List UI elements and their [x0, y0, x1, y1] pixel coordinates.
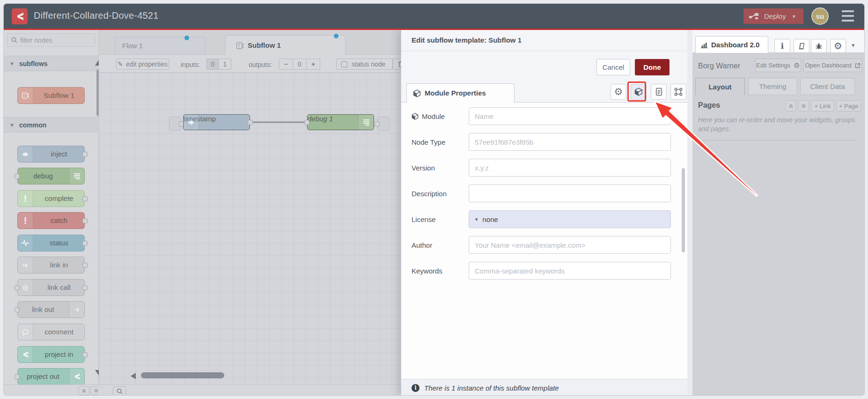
tab-config-button[interactable]: ⚙	[830, 39, 846, 53]
move-up-button[interactable]	[786, 100, 796, 111]
tab-theming[interactable]: Theming	[748, 78, 797, 95]
palette-node-link-out[interactable]: link out	[17, 301, 85, 318]
node-type-field-label: Node Type	[412, 138, 445, 146]
tab-subflow-1[interactable]: Subflow 1	[225, 35, 346, 55]
palette-node-comment[interactable]: comment	[17, 324, 85, 340]
inputs-1-button[interactable]: 1	[219, 59, 231, 70]
module-field-input[interactable]	[469, 107, 671, 125]
palette-node-inject[interactable]: inject	[17, 146, 85, 163]
description-tab-button[interactable]	[651, 84, 667, 100]
cancel-button[interactable]: Cancel	[596, 59, 630, 75]
palette-node-project-in[interactable]: project in	[17, 346, 85, 363]
input-port[interactable]	[304, 120, 309, 125]
zoom-search-button[interactable]	[113, 386, 126, 396]
output-port[interactable]	[82, 196, 88, 201]
output-port[interactable]	[82, 218, 88, 223]
node-type-field-input[interactable]	[469, 133, 671, 151]
link-call-icon	[18, 280, 33, 296]
flow-canvas[interactable]: timestamp debug 1	[99, 73, 401, 384]
palette-node-link-in[interactable]: link in	[17, 257, 85, 273]
tab-debug-button[interactable]	[811, 39, 827, 53]
main-menu-icon[interactable]	[842, 10, 854, 22]
palette-filter[interactable]	[7, 33, 96, 47]
move-down-button[interactable]	[798, 100, 809, 111]
deploy-button[interactable]: Deploy ▾	[743, 8, 803, 24]
output-port[interactable]	[82, 263, 88, 268]
properties-tab-button[interactable]: ⚙	[611, 84, 626, 100]
comment-icon	[18, 324, 33, 340]
subflow-output-stub[interactable]	[377, 117, 390, 131]
palette-node-debug[interactable]: debug	[17, 168, 85, 185]
info-icon: i	[412, 384, 419, 392]
keywords-field-input[interactable]	[469, 262, 671, 280]
tab-module-properties[interactable]: Module Properties	[406, 83, 515, 103]
canvas-horizontal-scrollbar[interactable]	[141, 372, 224, 378]
scroll-left-icon[interactable]	[131, 373, 136, 379]
outputs-plus-button[interactable]: +	[306, 59, 320, 70]
gear-icon: ⚙	[834, 40, 842, 52]
status-node-toggle[interactable]: status node	[336, 59, 393, 70]
tray-title: Edit subflow template: Subflow 1	[412, 36, 522, 44]
book-icon	[798, 43, 805, 50]
canvas-node-debug-1[interactable]: debug 1	[307, 114, 374, 130]
tab-layout[interactable]: Layout	[695, 78, 745, 95]
flow-workspace: Flow 1 Subflow 1 ✎ edit properties input…	[99, 30, 401, 396]
search-icon	[11, 37, 17, 43]
add-page-button[interactable]: + Page	[836, 100, 861, 111]
input-port[interactable]	[15, 374, 20, 379]
output-port[interactable]	[82, 285, 88, 290]
tab-client-data[interactable]: Client Data	[800, 78, 855, 95]
outputs-minus-button[interactable]: −	[279, 59, 293, 70]
right-sidebar: Dashboard 2.0 i ⚙ ▾ Borg Warner Edit	[692, 30, 865, 396]
palette-node-project-out[interactable]: project out	[17, 368, 85, 385]
deploy-caret-icon[interactable]: ▾	[793, 13, 795, 20]
palette-category-subflows[interactable]: ▼ subflows	[4, 56, 99, 71]
inputs-0-button[interactable]: 0	[206, 59, 219, 70]
inject-icon	[18, 146, 33, 162]
tray-resize-gap[interactable]	[687, 30, 692, 396]
subflow-input-stub[interactable]	[169, 117, 181, 131]
input-port[interactable]	[375, 121, 380, 126]
tray-scrollbar[interactable]	[682, 168, 685, 252]
app-header: Different-Collared-Dove-4521 Deploy ▾ su	[4, 4, 864, 29]
edit-settings-button[interactable]: Edit Settings ⚙	[755, 59, 801, 72]
palette-collapse-all-button[interactable]	[78, 386, 89, 395]
palette-node-catch[interactable]: ! catch	[17, 212, 85, 229]
palette-category-common[interactable]: ▼ common	[4, 117, 99, 133]
gear-icon: ⚙	[614, 86, 623, 97]
user-avatar[interactable]: su	[811, 7, 829, 25]
palette-node-subflow-1[interactable]: Subflow 1	[17, 87, 85, 104]
input-port[interactable]	[15, 285, 20, 290]
input-port[interactable]	[15, 307, 20, 312]
edit-properties-button[interactable]: ✎ edit properties	[116, 59, 169, 70]
node-red-logo-icon	[12, 8, 28, 24]
sidebar-tabs-caret-icon[interactable]: ▾	[852, 42, 855, 49]
tab-dashboard-2[interactable]: Dashboard 2.0	[695, 36, 768, 53]
catch-icon: !	[18, 213, 33, 229]
output-port[interactable]	[82, 352, 88, 357]
info-icon: i	[781, 41, 784, 51]
palette-node-complete[interactable]: ! complete	[17, 190, 85, 207]
tab-flow-1[interactable]: Flow 1	[115, 37, 205, 55]
license-select[interactable]: ▾ none	[469, 210, 671, 228]
output-port[interactable]	[82, 152, 88, 157]
debug-icon	[69, 168, 84, 184]
description-field-input[interactable]	[469, 185, 671, 202]
output-port[interactable]	[82, 241, 88, 246]
sidebar-tab-bar: Dashboard 2.0 i ⚙ ▾	[692, 30, 865, 53]
input-port[interactable]	[15, 174, 20, 179]
appearance-tab-button[interactable]	[670, 84, 686, 100]
canvas-node-timestamp[interactable]: timestamp	[183, 114, 250, 130]
open-dashboard-button[interactable]: Open Dashboard	[803, 59, 862, 72]
palette-node-link-call[interactable]: link call	[17, 279, 85, 296]
palette-node-status[interactable]: status	[17, 235, 85, 251]
outputs-label: outputs:	[249, 61, 272, 68]
palette-filter-input[interactable]	[20, 37, 90, 44]
add-link-button[interactable]: + Link	[811, 100, 834, 111]
tab-info-button[interactable]: i	[774, 39, 790, 53]
output-port[interactable]	[248, 120, 253, 125]
done-button[interactable]: Done	[635, 59, 669, 75]
tab-help-button[interactable]	[794, 39, 809, 53]
version-field-input[interactable]	[469, 159, 671, 177]
author-field-input[interactable]	[469, 236, 671, 254]
